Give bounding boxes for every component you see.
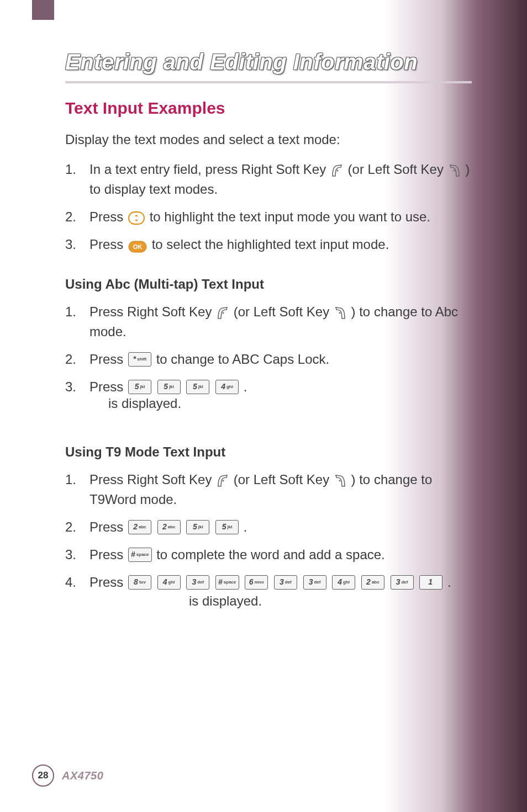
result-text: is displayed. (189, 591, 472, 611)
abc-steps: 1. Press Right Soft Key (or Left Soft Ke… (65, 302, 472, 422)
left-soft-key-icon (334, 305, 346, 319)
step-body: Press #space to complete the word and ad… (89, 545, 472, 565)
list-item: 3. Press OK to select the highlighted te… (65, 235, 472, 254)
subheading-abc: Using Abc (Multi-tap) Text Input (65, 277, 472, 292)
step-num: 2. (65, 349, 89, 369)
step-num: 1. (65, 302, 89, 322)
keycap-1: 1 (419, 575, 442, 590)
nav-key-icon (128, 210, 145, 224)
step-body: Press to highlight the text input mode y… (89, 207, 472, 227)
keycap-5: 5jkl (186, 520, 209, 534)
title-rule (65, 81, 472, 83)
list-item: 2. Press 2abc 2abc 5jkl 5jkl . (65, 517, 472, 537)
step-body: Press Right Soft Key (or Left Soft Key )… (89, 470, 472, 510)
step-body: Press 8tuv 4ghi 3def #space 6mno 3def 3d… (89, 572, 472, 620)
step-num: 4. (65, 572, 89, 592)
step-num: 3. (65, 545, 89, 565)
list-item: 4. Press 8tuv 4ghi 3def #space 6mno 3def… (65, 572, 472, 620)
keycap-2: 2abc (157, 520, 181, 534)
step-body: Press 5jkl 5jkl 5jkl 4ghi . is displayed… (89, 377, 472, 422)
right-soft-key-icon (217, 473, 229, 486)
keycap-2: 2abc (128, 520, 151, 534)
keycap-5: 5jkl (186, 380, 209, 394)
thumb-tab (32, 0, 54, 20)
svg-point-0 (336, 169, 338, 171)
step-body: Press 2abc 2abc 5jkl 5jkl . (89, 517, 472, 537)
list-item: 1. Press Right Soft Key (or Left Soft Ke… (65, 470, 472, 510)
svg-point-1 (453, 169, 455, 171)
right-soft-key-icon (217, 305, 229, 319)
step-num: 1. (65, 160, 89, 179)
svg-rect-2 (129, 212, 144, 224)
keycap-3: 3def (274, 575, 297, 590)
step-body: In a text entry field, press Right Soft … (89, 160, 472, 199)
ok-key-icon: OK (128, 238, 147, 251)
keycap-5: 5jkl (215, 520, 239, 534)
t9-steps: 1. Press Right Soft Key (or Left Soft Ke… (65, 470, 472, 620)
page-content: Entering and Editing Information Text In… (0, 0, 527, 620)
svg-point-6 (339, 312, 340, 314)
step-body: Press *shift to change to ABC Caps Lock. (89, 349, 472, 369)
keycap-2: 2abc (361, 575, 384, 590)
keycap-hash: #space (215, 575, 239, 590)
keycap-3: 3def (186, 575, 209, 590)
page-number: 28 (32, 765, 54, 787)
svg-point-5 (223, 312, 224, 314)
keycap-4: 4ghi (157, 575, 181, 590)
left-soft-key-icon (449, 163, 461, 176)
step-body: Press Right Soft Key (or Left Soft Key )… (89, 302, 472, 342)
keycap-4: 4ghi (332, 575, 355, 590)
keycap-4: 4ghi (215, 380, 239, 394)
keycap-8: 8tuv (128, 575, 151, 590)
step-num: 3. (65, 377, 89, 397)
keycap-5: 5jkl (157, 380, 181, 394)
step-body: Press OK to select the highlighted text … (89, 235, 472, 254)
model-number: AX4750 (62, 769, 103, 782)
page-title: Entering and Editing Information (65, 50, 472, 75)
right-soft-key-icon (331, 163, 343, 176)
step-num: 2. (65, 207, 89, 227)
keycap-star: *shift (128, 352, 151, 367)
keycap-5: 5jkl (128, 380, 151, 394)
step-num: 1. (65, 470, 89, 490)
list-item: 1. Press Right Soft Key (or Left Soft Ke… (65, 302, 472, 342)
subheading-t9: Using T9 Mode Text Input (65, 444, 472, 460)
footer: 28 AX4750 (32, 765, 103, 787)
keycap-6: 6mno (245, 575, 268, 590)
section-title: Text Input Examples (65, 99, 472, 118)
result-text: is displayed. (108, 394, 472, 413)
list-item: 1. In a text entry field, press Right So… (65, 160, 472, 199)
step-num: 2. (65, 517, 89, 537)
svg-point-7 (223, 480, 224, 481)
svg-point-8 (339, 480, 340, 481)
left-soft-key-icon (334, 473, 346, 486)
list-item: 2. Press to highlight the text input mod… (65, 207, 472, 227)
keycap-hash: #space (128, 548, 151, 562)
keycap-3: 3def (303, 575, 326, 590)
main-steps: 1. In a text entry field, press Right So… (65, 160, 472, 254)
list-item: 3. Press #space to complete the word and… (65, 545, 472, 565)
list-item: 2. Press *shift to change to ABC Caps Lo… (65, 349, 472, 369)
list-item: 3. Press 5jkl 5jkl 5jkl 4ghi . is displa… (65, 377, 472, 422)
keycap-3: 3def (391, 575, 414, 590)
intro-text: Display the text modes and select a text… (65, 132, 472, 147)
step-num: 3. (65, 235, 89, 254)
svg-text:OK: OK (133, 243, 143, 250)
